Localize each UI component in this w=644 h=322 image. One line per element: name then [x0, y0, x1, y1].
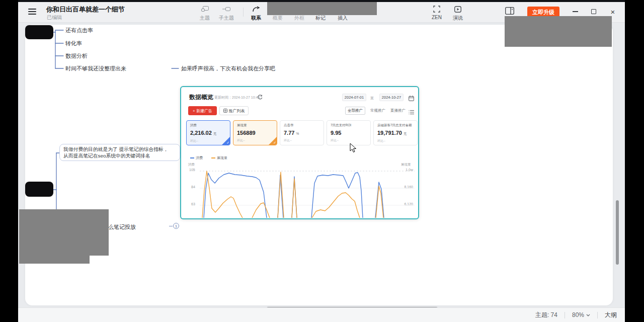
topic-icon	[194, 5, 216, 13]
purpose-line-2: 从而提高笔记在seo系统中的关键词排名	[63, 152, 176, 159]
statusbar-divider	[597, 312, 598, 318]
toolbar-summary-label: 概要	[267, 15, 289, 22]
redacted-root-node-2[interactable]	[25, 182, 53, 197]
purpose-line-1: 我做付费的目的就是为了 提示笔记的综合指标，	[63, 146, 176, 152]
mindmap-canvas[interactable]: 还有点击率 转化率 数据分析 时间不够我还没整理出来 如果呼声很高，下次有机会我…	[18, 23, 625, 309]
zoom-level: 80%	[572, 311, 584, 318]
outline-button[interactable]: 大纲	[605, 311, 617, 319]
hamburger-menu-icon[interactable]	[28, 9, 36, 15]
sidebar-toggle-icon[interactable]	[505, 7, 514, 17]
doc-title: 你和日出百单就差一个细节	[46, 5, 125, 14]
toolbar-subtopic-button[interactable]: 子主题	[215, 5, 237, 22]
present-label: 演说	[447, 15, 469, 22]
toolbar-marker-label: 标记	[309, 15, 332, 22]
subtopic-icon	[215, 5, 237, 13]
toolbar-topic-label: 主题	[194, 15, 216, 22]
zoom-control[interactable]: 80%	[572, 311, 590, 318]
statusbar: 主题: 74 80% 大纲	[18, 307, 625, 322]
statusbar-divider	[565, 312, 565, 318]
zen-label: ZEN	[426, 15, 448, 20]
mindmap-connectors	[18, 23, 625, 309]
toolbar-insert-label: 插入	[332, 15, 354, 22]
canvas-redaction-box-1	[19, 209, 109, 256]
topic-count: 主题: 74	[535, 311, 557, 319]
app-window: 你和日出百单就差一个细节 已编辑 主题 子主题 联系 概要 外框	[18, 0, 625, 322]
zen-icon	[426, 5, 448, 13]
desktop-bg: { "window": { "title": "你和日出百单就差一个细节", "…	[0, 0, 644, 322]
toolbar-relation-label: 联系	[245, 15, 267, 22]
present-button[interactable]: 演说	[447, 5, 469, 22]
toolbar-frame-label: 外框	[288, 15, 310, 22]
redacted-root-node-1[interactable]	[25, 25, 53, 39]
doc-edit-status: 已编辑	[47, 14, 62, 21]
canvas-redaction-box-2	[19, 253, 90, 264]
mouse-cursor	[350, 143, 357, 153]
zen-mode-button[interactable]: ZEN	[426, 5, 448, 20]
toolbar-relation-button[interactable]: 联系	[245, 5, 267, 22]
toolbar-subtopic-label: 子主题	[215, 15, 237, 22]
toolbar-topic-button[interactable]: 主题	[194, 5, 216, 22]
toolbar-divider	[243, 8, 244, 17]
topright-redaction-box	[505, 16, 612, 47]
present-icon	[447, 5, 469, 13]
chevron-down-icon	[586, 314, 590, 316]
mindmap-node-purpose[interactable]: 我做付费的目的就是为了 提示笔记的综合指标， 从而提高笔记在seo系统中的关键词…	[59, 144, 180, 161]
relation-icon	[245, 5, 267, 13]
toolbar-redaction-box	[267, 2, 377, 15]
